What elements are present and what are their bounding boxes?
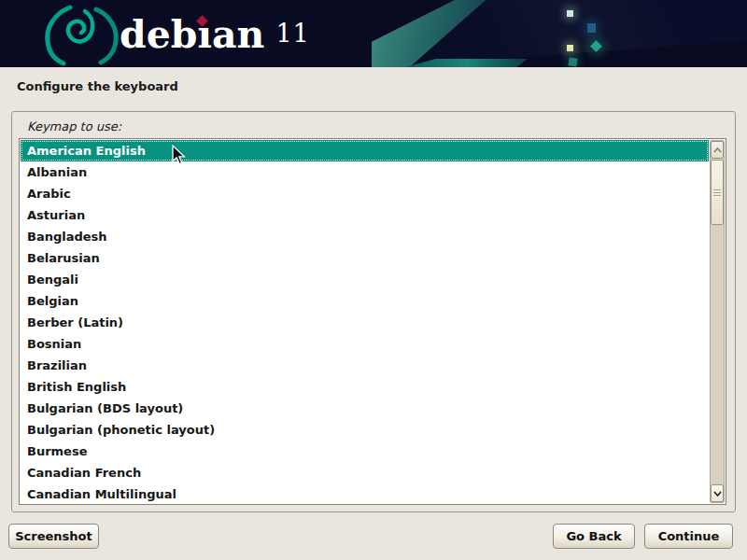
keymap-option[interactable]: British English bbox=[21, 376, 709, 398]
mouse-cursor-icon bbox=[172, 145, 187, 166]
keymap-option[interactable]: Arabic bbox=[21, 183, 709, 204]
installer-window: debıan11 Configure the keyboard Keymap t… bbox=[0, 0, 747, 560]
scroll-up-button[interactable] bbox=[711, 141, 724, 159]
wordmark-post: an bbox=[212, 12, 264, 57]
continue-button[interactable]: Continue bbox=[644, 524, 733, 549]
scrollbar-thumb[interactable] bbox=[711, 160, 724, 225]
banner: debıan11 bbox=[0, 0, 747, 67]
keymap-list: American EnglishAlbanianArabicAsturianBa… bbox=[21, 140, 709, 505]
keymap-option[interactable]: Belarusian bbox=[21, 247, 709, 269]
keymap-option[interactable]: Albanian bbox=[21, 161, 709, 183]
keymap-option[interactable]: Bosnian bbox=[21, 333, 709, 355]
debian-swirl-logo-icon bbox=[39, 3, 125, 66]
keymap-option[interactable]: American English bbox=[21, 140, 709, 161]
keymap-option[interactable]: Canadian French bbox=[21, 462, 709, 483]
sparkle-square-icon bbox=[567, 45, 573, 51]
debian-version: 11 bbox=[275, 19, 309, 48]
keymap-option[interactable]: Canadian Multilingual bbox=[21, 483, 709, 505]
keymap-option[interactable]: Bangladesh bbox=[21, 226, 709, 247]
keymap-frame: Keymap to use: American EnglishAlbanianA… bbox=[11, 111, 736, 512]
keymap-option[interactable]: Asturian bbox=[21, 204, 709, 226]
keymap-option[interactable]: Bengali bbox=[21, 269, 709, 290]
chevron-up-icon bbox=[713, 147, 722, 153]
chevron-down-icon bbox=[713, 491, 722, 497]
page-title: Configure the keyboard bbox=[17, 79, 178, 93]
scroll-down-button[interactable] bbox=[711, 484, 724, 502]
wordmark-i: ı bbox=[197, 8, 212, 61]
sparkle-square-icon bbox=[587, 23, 596, 33]
wordmark-pre: deb bbox=[120, 12, 197, 57]
keymap-option[interactable]: Brazilian bbox=[21, 355, 709, 376]
keymap-option[interactable]: Burmese bbox=[21, 441, 709, 462]
sparkle-square-icon bbox=[567, 10, 573, 17]
scrollbar[interactable] bbox=[710, 140, 725, 503]
keymap-option[interactable]: Bulgarian (phonetic layout) bbox=[21, 419, 709, 441]
keymap-option[interactable]: Berber (Latin) bbox=[21, 312, 709, 333]
screenshot-button[interactable]: Screenshot bbox=[8, 524, 99, 549]
sparkle-square-icon bbox=[568, 57, 577, 66]
keymap-option[interactable]: Bulgarian (BDS layout) bbox=[21, 398, 709, 419]
go-back-button[interactable]: Go Back bbox=[553, 524, 635, 549]
keymap-option[interactable]: Belgian bbox=[21, 290, 709, 312]
keymap-label: Keymap to use: bbox=[27, 119, 121, 133]
debian-wordmark: debıan11 bbox=[120, 7, 310, 61]
thumb-grip-icon bbox=[713, 189, 721, 197]
keymap-listbox: American EnglishAlbanianArabicAsturianBa… bbox=[19, 138, 726, 505]
